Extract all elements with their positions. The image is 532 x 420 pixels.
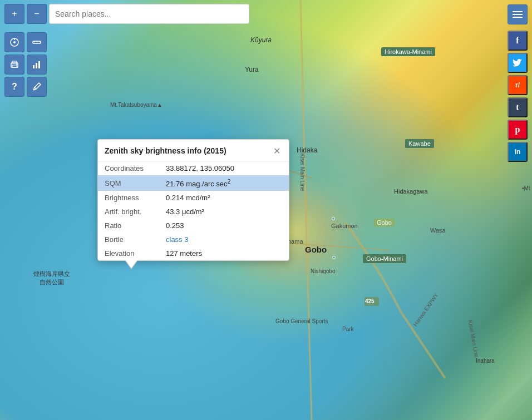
row-label-artif: Artif. bright. [98, 205, 159, 219]
menu-button[interactable] [508, 4, 528, 24]
table-row: Coordinates 33.88172, 135.06050 [98, 161, 289, 175]
chart-button[interactable] [27, 55, 47, 75]
table-row-artif: Artif. bright. 43.3 μcd/m² [98, 205, 289, 219]
svg-rect-13 [33, 65, 35, 68]
help-button[interactable]: ? [4, 77, 24, 97]
popup-header: Zenith sky brightness info (2015) ✕ [98, 140, 289, 161]
row-value-elevation: 127 meters [159, 246, 289, 260]
popup-title: Zenith sky brightness info (2015) [105, 146, 226, 155]
facebook-button[interactable]: f [508, 31, 528, 51]
reddit-button[interactable]: r/ [508, 75, 528, 95]
map-dot-3 [332, 256, 336, 259]
row-label-ratio: Ratio [98, 219, 159, 233]
print-button[interactable] [4, 55, 24, 75]
tools-button[interactable] [27, 77, 47, 97]
row-value: 33.88172, 135.06050 [159, 161, 289, 175]
row-label-brightness: Brightness [98, 191, 159, 205]
row-label: Coordinates [98, 161, 159, 175]
svg-point-12 [16, 64, 17, 65]
row-value-ratio: 0.253 [159, 219, 289, 233]
svg-rect-15 [38, 61, 40, 68]
svg-rect-14 [36, 63, 37, 68]
search-input[interactable] [49, 4, 249, 24]
info-popup: Zenith sky brightness info (2015) ✕ Coor… [97, 139, 289, 261]
row-value-brightness: 0.214 mcd/m² [159, 191, 289, 205]
hamburger-icon [513, 11, 523, 18]
tumblr-button[interactable]: t [508, 97, 528, 117]
map-dot-2 [332, 217, 335, 220]
row-value-sqm: 21.76 mag./arc sec2 [159, 175, 289, 191]
bortle-link[interactable]: class 3 [166, 235, 188, 244]
pinterest-button[interactable]: p [508, 120, 528, 140]
popup-table: Coordinates 33.88172, 135.06050 SQM 21.7… [98, 161, 289, 260]
toolbar: + − [0, 0, 532, 28]
table-row-brightness: Brightness 0.214 mcd/m² [98, 191, 289, 205]
row-value-bortle[interactable]: class 3 [159, 233, 289, 246]
row-label-elevation: Elevation [98, 246, 159, 260]
svg-point-2 [13, 41, 16, 43]
table-row-ratio: Ratio 0.253 [98, 219, 289, 233]
social-panel: f r/ t p in [508, 31, 528, 162]
zoom-out-button[interactable]: − [27, 4, 47, 24]
twitter-button[interactable] [508, 53, 528, 73]
table-row-bortle: Bortle class 3 [98, 233, 289, 246]
row-value-artif: 43.3 μcd/m² [159, 205, 289, 219]
row-label-bortle: Bortle [98, 233, 159, 246]
compass-button[interactable] [4, 32, 24, 52]
ruler-button[interactable] [27, 32, 47, 52]
left-panel: ? [4, 32, 47, 97]
linkedin-button[interactable]: in [508, 142, 528, 162]
row-label-sqm: SQM [98, 175, 159, 191]
table-row-elevation: Elevation 127 meters [98, 246, 289, 260]
popup-close-button[interactable]: ✕ [271, 145, 282, 156]
zoom-in-button[interactable]: + [4, 4, 24, 24]
table-row-sqm: SQM 21.76 mag./arc sec2 [98, 175, 289, 191]
